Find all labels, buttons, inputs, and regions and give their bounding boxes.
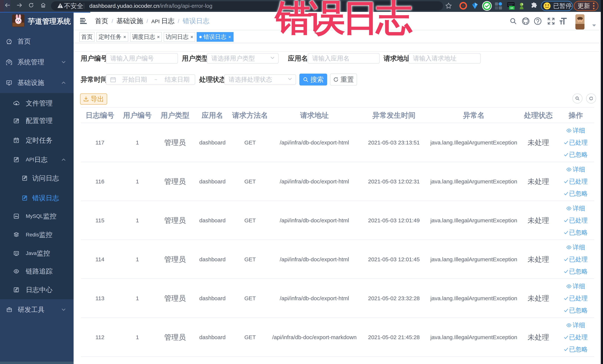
svg-text:on: on (510, 7, 513, 9)
